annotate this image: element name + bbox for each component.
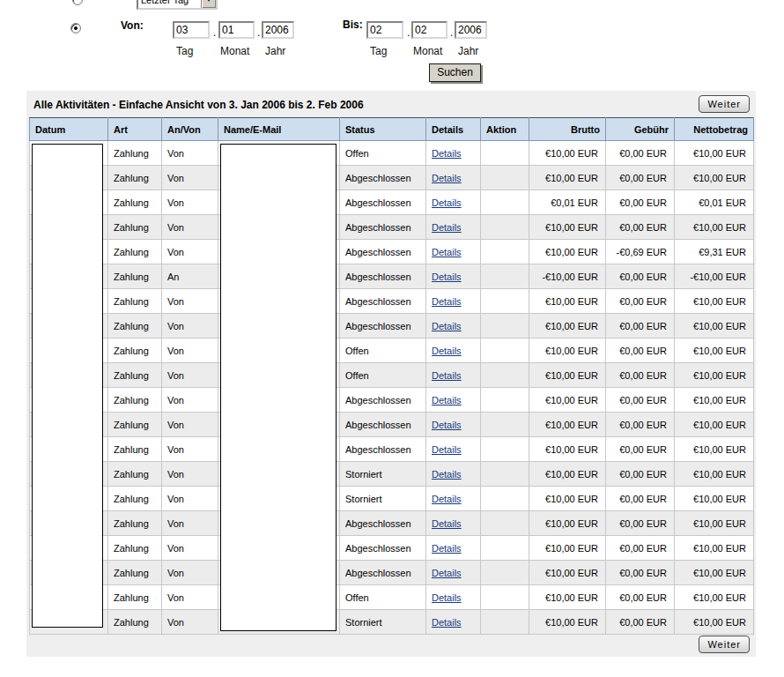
art-cell: Zahlung bbox=[108, 215, 162, 240]
results-title: Alle Aktivitäten - Einfache Ansicht von … bbox=[33, 99, 364, 111]
gebuehr-cell: €0,00 EUR bbox=[606, 338, 675, 363]
art-cell: Zahlung bbox=[108, 314, 162, 338]
table-row: Zahlung Von Abgeschlossen Details €10,00… bbox=[30, 289, 754, 314]
date-separator: . bbox=[257, 26, 260, 39]
gebuehr-cell: €0,00 EUR bbox=[606, 610, 675, 635]
suchen-button[interactable]: Suchen bbox=[429, 63, 481, 82]
details-link[interactable]: Details bbox=[432, 247, 462, 257]
brutto-cell: €10,00 EUR bbox=[529, 363, 606, 388]
brutto-cell: €10,00 EUR bbox=[529, 413, 606, 437]
details-link[interactable]: Details bbox=[432, 395, 462, 405]
details-cell: Details bbox=[426, 264, 481, 289]
aktion-cell bbox=[481, 190, 529, 215]
table-row: Zahlung Von Offen Details €10,00 EUR €0,… bbox=[30, 338, 754, 363]
status-cell: Abgeschlossen bbox=[340, 314, 426, 338]
page: Letzter Tag ▼ Von: . . Tag Monat Jahr Bi… bbox=[0, 0, 784, 677]
netto-cell: €10,00 EUR bbox=[675, 536, 754, 561]
aktion-cell bbox=[481, 536, 529, 561]
brutto-cell: €10,00 EUR bbox=[529, 141, 606, 166]
brutto-cell: €10,00 EUR bbox=[529, 487, 606, 511]
details-link[interactable]: Details bbox=[432, 518, 462, 529]
table-row: Zahlung Von Abgeschlossen Details €10,00… bbox=[30, 437, 754, 462]
table-row: Zahlung Von Abgeschlossen Details €10,00… bbox=[30, 413, 754, 437]
art-cell: Zahlung bbox=[108, 610, 162, 635]
col-header-status: Status bbox=[340, 118, 426, 141]
details-link[interactable]: Details bbox=[432, 197, 462, 208]
anvon-cell: Von bbox=[162, 487, 218, 511]
details-cell: Details bbox=[426, 487, 481, 511]
brutto-cell: €10,00 EUR bbox=[529, 585, 606, 610]
status-cell: Storniert bbox=[340, 610, 426, 635]
table-row: Zahlung Von Abgeschlossen Details €10,00… bbox=[30, 511, 754, 536]
period-dropdown[interactable]: Letzter Tag ▼ bbox=[137, 0, 218, 10]
bis-jahr-input[interactable] bbox=[455, 21, 487, 39]
details-link[interactable]: Details bbox=[432, 370, 462, 381]
bis-tag-input[interactable] bbox=[366, 21, 403, 39]
anvon-cell: Von bbox=[162, 437, 218, 462]
period-radio[interactable] bbox=[72, 0, 83, 5]
von-monat-input[interactable] bbox=[218, 21, 255, 39]
details-link[interactable]: Details bbox=[432, 543, 462, 554]
details-link[interactable]: Details bbox=[432, 321, 462, 331]
details-link[interactable]: Details bbox=[432, 592, 462, 603]
gebuehr-cell: €0,00 EUR bbox=[606, 314, 675, 338]
status-cell: Storniert bbox=[340, 462, 426, 487]
status-cell: Abgeschlossen bbox=[340, 561, 426, 585]
netto-cell: -€10,00 EUR bbox=[675, 264, 754, 289]
details-link[interactable]: Details bbox=[432, 346, 462, 356]
art-cell: Zahlung bbox=[108, 289, 162, 314]
brutto-cell: €10,00 EUR bbox=[529, 511, 606, 536]
table-row: Zahlung Von Abgeschlossen Details €10,00… bbox=[30, 388, 754, 413]
anvon-cell: Von bbox=[162, 585, 218, 610]
art-cell: Zahlung bbox=[108, 561, 162, 585]
brutto-cell: €10,00 EUR bbox=[529, 462, 606, 487]
weiter-button-top[interactable]: Weiter bbox=[699, 95, 750, 113]
anvon-cell: Von bbox=[162, 314, 218, 338]
chevron-down-icon[interactable]: ▼ bbox=[201, 0, 216, 8]
table-row: Zahlung Von Offen Details €10,00 EUR €0,… bbox=[30, 363, 754, 388]
col-header-details: Details bbox=[426, 118, 481, 141]
anvon-cell: Von bbox=[162, 363, 218, 388]
details-link[interactable]: Details bbox=[432, 568, 462, 578]
anvon-cell: Von bbox=[162, 462, 218, 487]
details-link[interactable]: Details bbox=[432, 617, 462, 628]
details-link[interactable]: Details bbox=[432, 296, 462, 307]
bis-jahr-label: Jahr bbox=[458, 45, 478, 57]
gebuehr-cell: €0,00 EUR bbox=[606, 561, 675, 585]
von-tag-input[interactable] bbox=[173, 21, 210, 39]
details-link[interactable]: Details bbox=[432, 222, 462, 233]
anvon-cell: Von bbox=[162, 240, 218, 264]
period-dropdown-value: Letzter Tag bbox=[138, 0, 201, 5]
netto-cell: €9,31 EUR bbox=[675, 240, 754, 264]
col-header-name-email: Name/E-Mail bbox=[218, 118, 340, 141]
status-cell: Abgeschlossen bbox=[340, 511, 426, 536]
von-jahr-input[interactable] bbox=[262, 21, 294, 39]
details-link[interactable]: Details bbox=[432, 469, 462, 480]
details-link[interactable]: Details bbox=[432, 148, 462, 159]
details-link[interactable]: Details bbox=[432, 494, 462, 504]
gebuehr-cell: €0,00 EUR bbox=[606, 190, 675, 215]
bis-monat-input[interactable] bbox=[411, 21, 447, 39]
von-monat-label: Monat bbox=[220, 45, 249, 57]
search-form: Letzter Tag ▼ Von: . . Tag Monat Jahr Bi… bbox=[0, 0, 784, 91]
details-cell: Details bbox=[426, 338, 481, 363]
details-cell: Details bbox=[426, 166, 481, 190]
details-link[interactable]: Details bbox=[432, 173, 462, 183]
col-header-aktion: Aktion bbox=[481, 118, 529, 141]
date-range-radio[interactable] bbox=[70, 23, 81, 33]
details-link[interactable]: Details bbox=[432, 444, 462, 455]
weiter-button-bottom[interactable]: Weiter bbox=[699, 636, 750, 653]
status-cell: Abgeschlossen bbox=[340, 166, 426, 190]
gebuehr-cell: €0,00 EUR bbox=[606, 215, 675, 240]
status-cell: Abgeschlossen bbox=[340, 240, 426, 264]
art-cell: Zahlung bbox=[108, 437, 162, 462]
datum-redaction-box bbox=[32, 144, 103, 628]
details-link[interactable]: Details bbox=[432, 272, 462, 282]
date-separator: . bbox=[450, 26, 453, 39]
aktion-cell bbox=[481, 314, 529, 338]
table-row: Zahlung Von Storniert Details €10,00 EUR… bbox=[30, 462, 754, 487]
details-link[interactable]: Details bbox=[432, 420, 462, 430]
transactions-table-wrap: Datum Art An/Von Name/E-Mail Status Deta… bbox=[29, 117, 753, 635]
col-header-brutto: Brutto bbox=[529, 118, 606, 141]
aktion-cell bbox=[481, 561, 529, 585]
